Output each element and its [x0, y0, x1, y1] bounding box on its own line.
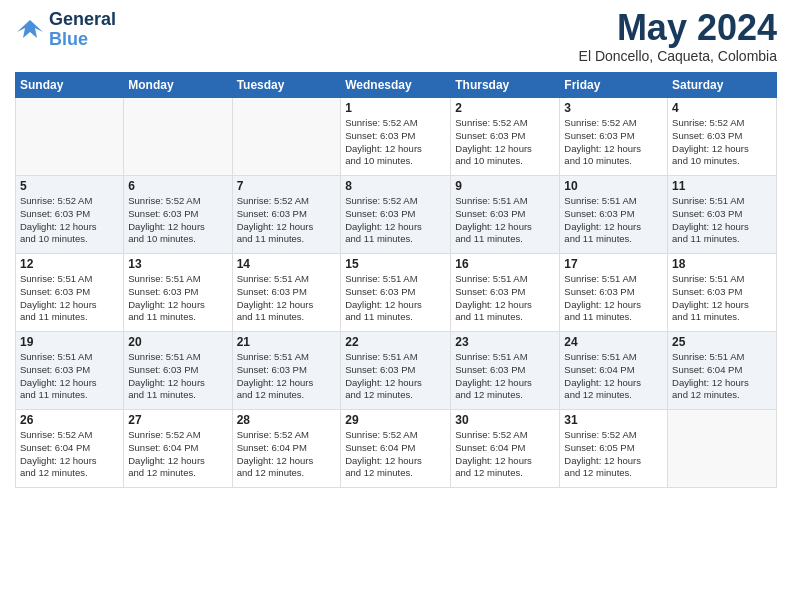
day-number: 2 — [455, 101, 555, 115]
day-number: 4 — [672, 101, 772, 115]
day-number: 18 — [672, 257, 772, 271]
location: El Doncello, Caqueta, Colombia — [579, 48, 777, 64]
day-info: Sunrise: 5:51 AM Sunset: 6:03 PM Dayligh… — [455, 351, 555, 402]
day-info: Sunrise: 5:52 AM Sunset: 6:03 PM Dayligh… — [455, 117, 555, 168]
calendar-cell: 2Sunrise: 5:52 AM Sunset: 6:03 PM Daylig… — [451, 98, 560, 176]
day-info: Sunrise: 5:51 AM Sunset: 6:03 PM Dayligh… — [672, 195, 772, 246]
month-title: May 2024 — [579, 10, 777, 46]
day-info: Sunrise: 5:52 AM Sunset: 6:03 PM Dayligh… — [20, 195, 119, 246]
weekday-header: Tuesday — [232, 73, 341, 98]
title-block: May 2024 El Doncello, Caqueta, Colombia — [579, 10, 777, 64]
day-info: Sunrise: 5:51 AM Sunset: 6:03 PM Dayligh… — [564, 195, 663, 246]
calendar-week-row: 12Sunrise: 5:51 AM Sunset: 6:03 PM Dayli… — [16, 254, 777, 332]
day-number: 22 — [345, 335, 446, 349]
calendar-cell: 11Sunrise: 5:51 AM Sunset: 6:03 PM Dayli… — [668, 176, 777, 254]
day-number: 13 — [128, 257, 227, 271]
day-number: 21 — [237, 335, 337, 349]
day-info: Sunrise: 5:52 AM Sunset: 6:03 PM Dayligh… — [237, 195, 337, 246]
weekday-header: Friday — [560, 73, 668, 98]
calendar-cell — [16, 98, 124, 176]
day-number: 9 — [455, 179, 555, 193]
day-info: Sunrise: 5:51 AM Sunset: 6:03 PM Dayligh… — [20, 351, 119, 402]
day-info: Sunrise: 5:51 AM Sunset: 6:03 PM Dayligh… — [455, 195, 555, 246]
day-number: 5 — [20, 179, 119, 193]
calendar-cell: 28Sunrise: 5:52 AM Sunset: 6:04 PM Dayli… — [232, 410, 341, 488]
calendar-week-row: 19Sunrise: 5:51 AM Sunset: 6:03 PM Dayli… — [16, 332, 777, 410]
calendar-cell: 17Sunrise: 5:51 AM Sunset: 6:03 PM Dayli… — [560, 254, 668, 332]
logo: General Blue — [15, 10, 116, 50]
day-number: 19 — [20, 335, 119, 349]
calendar-cell: 25Sunrise: 5:51 AM Sunset: 6:04 PM Dayli… — [668, 332, 777, 410]
day-info: Sunrise: 5:51 AM Sunset: 6:04 PM Dayligh… — [564, 351, 663, 402]
day-number: 23 — [455, 335, 555, 349]
calendar-table: SundayMondayTuesdayWednesdayThursdayFrid… — [15, 72, 777, 488]
day-info: Sunrise: 5:51 AM Sunset: 6:03 PM Dayligh… — [345, 351, 446, 402]
calendar-cell: 20Sunrise: 5:51 AM Sunset: 6:03 PM Dayli… — [124, 332, 232, 410]
day-info: Sunrise: 5:52 AM Sunset: 6:04 PM Dayligh… — [237, 429, 337, 480]
calendar-cell: 6Sunrise: 5:52 AM Sunset: 6:03 PM Daylig… — [124, 176, 232, 254]
calendar-cell: 21Sunrise: 5:51 AM Sunset: 6:03 PM Dayli… — [232, 332, 341, 410]
day-info: Sunrise: 5:51 AM Sunset: 6:04 PM Dayligh… — [672, 351, 772, 402]
day-number: 15 — [345, 257, 446, 271]
day-info: Sunrise: 5:52 AM Sunset: 6:04 PM Dayligh… — [128, 429, 227, 480]
day-number: 26 — [20, 413, 119, 427]
day-number: 24 — [564, 335, 663, 349]
calendar-cell: 27Sunrise: 5:52 AM Sunset: 6:04 PM Dayli… — [124, 410, 232, 488]
calendar-cell: 1Sunrise: 5:52 AM Sunset: 6:03 PM Daylig… — [341, 98, 451, 176]
weekday-header: Monday — [124, 73, 232, 98]
day-number: 31 — [564, 413, 663, 427]
day-number: 10 — [564, 179, 663, 193]
day-info: Sunrise: 5:51 AM Sunset: 6:03 PM Dayligh… — [128, 273, 227, 324]
day-number: 7 — [237, 179, 337, 193]
day-number: 14 — [237, 257, 337, 271]
weekday-header-row: SundayMondayTuesdayWednesdayThursdayFrid… — [16, 73, 777, 98]
day-info: Sunrise: 5:52 AM Sunset: 6:03 PM Dayligh… — [345, 117, 446, 168]
day-info: Sunrise: 5:52 AM Sunset: 6:03 PM Dayligh… — [345, 195, 446, 246]
day-info: Sunrise: 5:51 AM Sunset: 6:03 PM Dayligh… — [237, 351, 337, 402]
day-number: 16 — [455, 257, 555, 271]
calendar-cell: 16Sunrise: 5:51 AM Sunset: 6:03 PM Dayli… — [451, 254, 560, 332]
day-info: Sunrise: 5:52 AM Sunset: 6:03 PM Dayligh… — [672, 117, 772, 168]
logo-text: General Blue — [49, 10, 116, 50]
day-number: 25 — [672, 335, 772, 349]
calendar-cell: 29Sunrise: 5:52 AM Sunset: 6:04 PM Dayli… — [341, 410, 451, 488]
day-number: 20 — [128, 335, 227, 349]
calendar-week-row: 1Sunrise: 5:52 AM Sunset: 6:03 PM Daylig… — [16, 98, 777, 176]
day-number: 3 — [564, 101, 663, 115]
day-number: 29 — [345, 413, 446, 427]
day-info: Sunrise: 5:51 AM Sunset: 6:03 PM Dayligh… — [672, 273, 772, 324]
weekday-header: Saturday — [668, 73, 777, 98]
day-number: 28 — [237, 413, 337, 427]
day-number: 6 — [128, 179, 227, 193]
day-number: 11 — [672, 179, 772, 193]
day-info: Sunrise: 5:52 AM Sunset: 6:04 PM Dayligh… — [455, 429, 555, 480]
day-info: Sunrise: 5:51 AM Sunset: 6:03 PM Dayligh… — [345, 273, 446, 324]
calendar-cell: 4Sunrise: 5:52 AM Sunset: 6:03 PM Daylig… — [668, 98, 777, 176]
calendar-week-row: 26Sunrise: 5:52 AM Sunset: 6:04 PM Dayli… — [16, 410, 777, 488]
calendar-cell: 26Sunrise: 5:52 AM Sunset: 6:04 PM Dayli… — [16, 410, 124, 488]
day-info: Sunrise: 5:51 AM Sunset: 6:03 PM Dayligh… — [237, 273, 337, 324]
logo-icon — [15, 18, 45, 42]
calendar-cell — [232, 98, 341, 176]
calendar-cell: 23Sunrise: 5:51 AM Sunset: 6:03 PM Dayli… — [451, 332, 560, 410]
calendar-cell: 18Sunrise: 5:51 AM Sunset: 6:03 PM Dayli… — [668, 254, 777, 332]
day-info: Sunrise: 5:51 AM Sunset: 6:03 PM Dayligh… — [455, 273, 555, 324]
day-info: Sunrise: 5:52 AM Sunset: 6:04 PM Dayligh… — [345, 429, 446, 480]
weekday-header: Sunday — [16, 73, 124, 98]
calendar-cell: 24Sunrise: 5:51 AM Sunset: 6:04 PM Dayli… — [560, 332, 668, 410]
weekday-header: Thursday — [451, 73, 560, 98]
calendar-week-row: 5Sunrise: 5:52 AM Sunset: 6:03 PM Daylig… — [16, 176, 777, 254]
day-number: 8 — [345, 179, 446, 193]
calendar-cell: 12Sunrise: 5:51 AM Sunset: 6:03 PM Dayli… — [16, 254, 124, 332]
day-number: 17 — [564, 257, 663, 271]
calendar-cell: 9Sunrise: 5:51 AM Sunset: 6:03 PM Daylig… — [451, 176, 560, 254]
calendar-cell: 31Sunrise: 5:52 AM Sunset: 6:05 PM Dayli… — [560, 410, 668, 488]
calendar-cell: 3Sunrise: 5:52 AM Sunset: 6:03 PM Daylig… — [560, 98, 668, 176]
day-number: 30 — [455, 413, 555, 427]
day-info: Sunrise: 5:51 AM Sunset: 6:03 PM Dayligh… — [20, 273, 119, 324]
day-info: Sunrise: 5:52 AM Sunset: 6:05 PM Dayligh… — [564, 429, 663, 480]
day-info: Sunrise: 5:52 AM Sunset: 6:04 PM Dayligh… — [20, 429, 119, 480]
weekday-header: Wednesday — [341, 73, 451, 98]
day-number: 12 — [20, 257, 119, 271]
calendar-cell: 22Sunrise: 5:51 AM Sunset: 6:03 PM Dayli… — [341, 332, 451, 410]
